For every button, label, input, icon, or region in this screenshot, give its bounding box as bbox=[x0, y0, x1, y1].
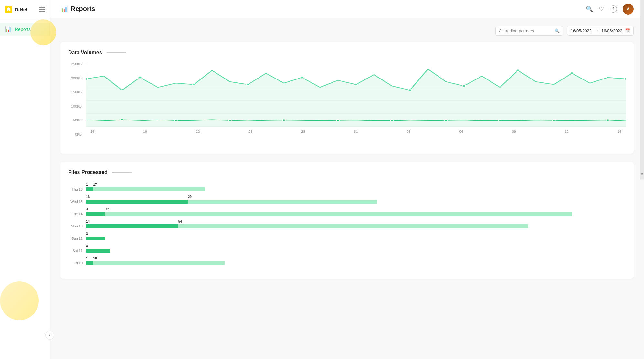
reports-icon: 📊 bbox=[5, 26, 12, 32]
bar-row: Mon 131454 bbox=[68, 222, 626, 231]
bar-dark-segment: 3 bbox=[86, 237, 105, 240]
scroll-indicator: ▼ bbox=[640, 0, 644, 180]
x-label-22: 22 bbox=[191, 130, 204, 133]
bar-tracks: 118 bbox=[86, 259, 626, 268]
bar-row: Sun 123 bbox=[68, 234, 626, 243]
bar-dark-segment: 16 bbox=[86, 200, 188, 204]
bar-tracks: 4 bbox=[86, 246, 626, 255]
y-label-150: 150KB bbox=[71, 90, 82, 94]
bar-light-segment: 17 bbox=[93, 187, 205, 191]
trading-partners-filter[interactable]: 🔍 bbox=[495, 26, 563, 36]
svg-point-12 bbox=[354, 83, 358, 86]
x-label-03: 03 bbox=[402, 130, 415, 133]
files-processed-card: Files Processed Thu 16117Wed 151629Tue 1… bbox=[60, 162, 634, 279]
svg-point-21 bbox=[283, 119, 285, 121]
svg-point-15 bbox=[516, 69, 520, 72]
svg-point-16 bbox=[570, 72, 574, 74]
bar-dark-segment: 14 bbox=[86, 224, 178, 228]
svg-marker-6 bbox=[86, 69, 626, 127]
title-line-2 bbox=[112, 172, 132, 173]
svg-point-18 bbox=[121, 119, 123, 121]
x-label-28: 28 bbox=[297, 130, 310, 133]
bar-dark-value: 3 bbox=[86, 207, 88, 211]
date-range-filter[interactable]: 16/05/2022 → 16/06/2022 📅 bbox=[567, 26, 634, 36]
bar-row: Wed 151629 bbox=[68, 197, 626, 206]
deco-yellow-top bbox=[30, 19, 56, 45]
calendar-icon[interactable]: 📅 bbox=[625, 28, 630, 33]
bar-tracks: 1629 bbox=[86, 197, 626, 206]
line-chart-svg bbox=[86, 62, 626, 127]
svg-point-9 bbox=[192, 83, 196, 86]
bar-dark-value: 4 bbox=[86, 244, 88, 248]
filters-bar: 🔍 16/05/2022 → 16/06/2022 📅 bbox=[60, 26, 634, 36]
bar-dark-segment: 1 bbox=[86, 187, 93, 191]
trading-partners-input[interactable] bbox=[499, 28, 552, 33]
bar-tracks: 3 bbox=[86, 234, 626, 243]
svg-point-27 bbox=[607, 119, 609, 121]
bar-row: Thu 16117 bbox=[68, 185, 626, 194]
sidebar: DiNet 📊 Reports ‹ bbox=[0, 0, 50, 359]
bar-top-row: 1629 bbox=[86, 200, 626, 204]
bar-top-row: 3 bbox=[86, 237, 626, 240]
y-label-100: 100KB bbox=[71, 104, 82, 108]
bar-day-label: Wed 15 bbox=[68, 200, 86, 204]
files-processed-title: Files Processed bbox=[68, 169, 626, 175]
page-title: Reports bbox=[71, 5, 95, 13]
bar-top-row: 372 bbox=[86, 212, 626, 216]
x-label-12: 12 bbox=[560, 130, 573, 133]
svg-point-13 bbox=[408, 89, 412, 91]
chart-area: 16 19 22 25 28 31 03 06 09 12 15 bbox=[86, 62, 626, 136]
deco-yellow-bottom bbox=[0, 281, 39, 320]
bar-tracks: 117 bbox=[86, 185, 626, 194]
bar-tracks: 1454 bbox=[86, 222, 626, 231]
apps-icon[interactable] bbox=[39, 7, 45, 12]
scroll-down-icon[interactable]: ▼ bbox=[640, 172, 644, 176]
date-from: 16/05/2022 bbox=[571, 28, 592, 33]
data-volumes-title: Data Volumes bbox=[68, 50, 626, 56]
svg-point-7 bbox=[86, 78, 88, 80]
x-label-31: 31 bbox=[349, 130, 362, 133]
app-name: DiNet bbox=[15, 7, 27, 12]
bar-top-row: 117 bbox=[86, 187, 626, 191]
x-label-15: 15 bbox=[613, 130, 626, 133]
avatar[interactable]: A bbox=[623, 4, 634, 15]
x-axis: 16 19 22 25 28 31 03 06 09 12 15 bbox=[86, 127, 626, 136]
line-chart-container: 250KB 200KB 150KB 100KB 50KB 0KB bbox=[68, 62, 626, 146]
bar-light-value: 54 bbox=[178, 220, 182, 223]
help-icon[interactable]: ? bbox=[610, 5, 617, 13]
search-icon[interactable]: 🔍 bbox=[586, 5, 593, 13]
bar-dark-segment: 3 bbox=[86, 212, 105, 216]
header: 📊 Reports 🔍 ♡ ? A bbox=[50, 0, 644, 18]
svg-point-19 bbox=[174, 120, 177, 121]
svg-point-11 bbox=[300, 76, 304, 79]
date-arrow-icon: → bbox=[594, 28, 599, 33]
data-volumes-card: Data Volumes 250KB 200KB 150KB 100KB 50K… bbox=[60, 42, 634, 154]
content-area: 🔍 16/05/2022 → 16/06/2022 📅 Data Volumes… bbox=[50, 18, 644, 359]
bar-dark-value: 16 bbox=[86, 195, 90, 199]
svg-point-20 bbox=[228, 119, 231, 121]
bar-day-label: Sat 11 bbox=[68, 249, 86, 253]
heart-icon[interactable]: ♡ bbox=[599, 5, 604, 13]
bar-day-label: Fri 10 bbox=[68, 261, 86, 265]
bar-row: Tue 14372 bbox=[68, 209, 626, 218]
bar-light-value: 18 bbox=[93, 257, 97, 260]
bar-light-value: 17 bbox=[93, 183, 97, 186]
x-label-06: 06 bbox=[455, 130, 468, 133]
bar-day-label: Sun 12 bbox=[68, 237, 86, 240]
main-area: 📊 Reports 🔍 ♡ ? A 🔍 16/05/2022 → 16/06/2… bbox=[50, 0, 644, 359]
svg-point-22 bbox=[337, 119, 339, 121]
bar-light-segment: 54 bbox=[178, 224, 528, 228]
y-label-200: 200KB bbox=[71, 76, 82, 80]
bar-dark-value: 1 bbox=[86, 257, 88, 260]
header-reports-icon: 📊 bbox=[60, 5, 68, 13]
sidebar-collapse-button[interactable]: ‹ bbox=[45, 331, 54, 340]
sidebar-logo: DiNet bbox=[0, 0, 50, 19]
bar-top-row: 118 bbox=[86, 261, 626, 265]
bar-light-value: 72 bbox=[105, 207, 109, 211]
bar-row: Sat 114 bbox=[68, 246, 626, 255]
bar-dark-segment: 4 bbox=[86, 249, 110, 253]
x-label-25: 25 bbox=[244, 130, 257, 133]
bar-dark-segment: 1 bbox=[86, 261, 93, 265]
bar-light-segment: 29 bbox=[188, 200, 378, 204]
header-title-group: 📊 Reports bbox=[60, 5, 95, 13]
